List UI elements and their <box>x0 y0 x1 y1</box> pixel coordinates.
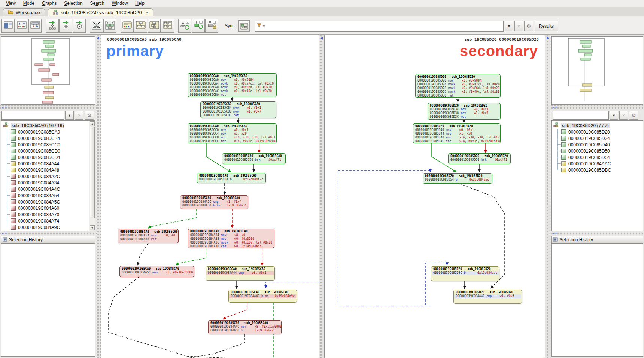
tree-item[interactable]: 000000019C085D34 <box>552 135 638 141</box>
menu-help[interactable]: Help <box>131 0 148 6</box>
basic-block-node[interactable]: 000000019C085CA0sub_19C085CA0000000019C0… <box>200 101 276 118</box>
basic-block-node[interactable]: 000000019C085CA0sub_19C085CA0000000019C0… <box>180 195 248 209</box>
basic-block-node[interactable]: 000000019C085D20sub_19C085D20000000019C0… <box>431 266 499 281</box>
filter-dropdown-button[interactable]: ▼ <box>505 21 513 31</box>
basic-block-node[interactable]: 000000019C085CA0sub_19C085CA0000000019C0… <box>118 229 179 243</box>
tree-item[interactable]: 000000019C085D20 <box>552 129 638 135</box>
primary-tree-root[interactable]: sub_19C085CA0 (16 / 16) <box>2 122 88 129</box>
tree-item[interactable]: 000000019C084A44 <box>2 160 88 167</box>
basic-block-node[interactable]: 000000019C085D20sub_19C085D20000000019C0… <box>415 74 501 98</box>
btn-orthogonal-layout[interactable] <box>148 19 161 33</box>
right-hsplitter2-arrows-icon[interactable]: ▲▼ <box>552 232 558 235</box>
left-hsplitter2-arrows-icon[interactable]: ▲▼ <box>1 232 7 235</box>
left-filter-clear-button[interactable]: × <box>75 111 83 120</box>
left-hsplitter2[interactable] <box>0 231 97 236</box>
left-filter-dropdown-button[interactable]: ▼ <box>65 111 74 120</box>
tree-item[interactable]: 000000019C085CB4 <box>2 135 88 141</box>
basic-block-node[interactable]: 000000019C085D20sub_19C085D20000000019C0… <box>453 290 522 304</box>
menu-view[interactable]: View <box>2 0 19 6</box>
basic-block-node[interactable]: 000000019C085CA0sub_19C085CA0000000019C0… <box>188 73 277 97</box>
btn-lock-selection[interactable] <box>205 19 218 33</box>
left-hsplitter-arrows-icon[interactable]: ▲▼ <box>1 106 7 108</box>
tree-item[interactable]: 000000019C085DBC <box>552 167 638 173</box>
splitter-right[interactable] <box>545 35 550 358</box>
menu-graphs[interactable]: Graphs <box>38 0 60 6</box>
collapse-middle-icon[interactable] <box>321 37 323 40</box>
tree-item[interactable]: 000000019C084A4C <box>2 186 88 192</box>
btn-sync-views[interactable] <box>238 20 250 32</box>
right-filter-settings-button[interactable]: ⚙ <box>629 111 638 120</box>
tree-item[interactable]: 000000019C084AAC <box>552 160 638 167</box>
basic-block-node[interactable]: 000000019C085CA0sub_19C085CA0000000019C0… <box>222 153 286 164</box>
btn-center-node[interactable] <box>59 19 72 33</box>
main-filter-combobox[interactable]: ▽ <box>255 21 504 32</box>
btn-flowgraph-view[interactable] <box>28 19 42 33</box>
basic-block-node[interactable]: 000000019C085CA0sub_19C085CA0000000019C0… <box>197 173 266 183</box>
left-tree-scrollbar[interactable]: ▲ ▼ <box>89 121 95 231</box>
right-filter-clear-button[interactable]: × <box>619 111 628 120</box>
right-filter-input[interactable] <box>553 111 609 120</box>
tree-item[interactable]: 000000019C085D54 <box>552 154 638 160</box>
basic-block-node[interactable]: 000000019C085D20sub_19C085D20000000019C0… <box>448 153 511 164</box>
tab-close-icon[interactable]: × <box>146 10 149 15</box>
right-hsplitter[interactable] <box>550 105 644 110</box>
tree-item[interactable]: 000000019C084A54 <box>2 192 88 199</box>
right-hsplitter-arrows-icon[interactable]: ▲▼ <box>552 106 558 108</box>
secondary-graph-panel[interactable]: sub_19C085D20 000000019C085D20 secondary… <box>324 35 545 358</box>
splitter-middle[interactable] <box>319 35 324 358</box>
tree-item[interactable]: 000000019C084A34 <box>2 180 88 186</box>
scroll-down-icon[interactable]: ▼ <box>90 225 95 230</box>
basic-block-node[interactable]: 000000019C085D20sub_19C085D20000000019C0… <box>413 123 501 143</box>
secondary-tree-root[interactable]: sub_19C085D20 (7 / 7) <box>552 122 638 129</box>
basic-block-node[interactable]: 000000019C085CA0sub_19C085CA0000000019C0… <box>188 229 274 248</box>
basic-block-node[interactable]: 000000019C085CA0sub_19C085CA0000000019C0… <box>228 290 297 303</box>
btn-hierarchic-layout[interactable] <box>134 19 147 33</box>
tree-item[interactable]: 000000019C085CC0 <box>2 141 88 148</box>
btn-node-info[interactable] <box>121 19 134 33</box>
tree-item[interactable]: 000000019C085D40 <box>552 141 638 148</box>
left-filter-settings-button[interactable]: ⚙ <box>85 111 94 120</box>
btn-follow-node[interactable] <box>73 19 86 33</box>
tree-item[interactable]: 000000019C085CD4 <box>2 154 88 160</box>
tree-item[interactable]: 000000019C084A2C <box>2 173 88 180</box>
splitter-left[interactable] <box>97 35 101 358</box>
basic-block-node[interactable]: 000000019C085CA0sub_19C085CA0000000019C0… <box>208 320 282 334</box>
menu-search[interactable]: Search <box>86 0 108 6</box>
scroll-up-icon[interactable]: ▲ <box>90 121 95 126</box>
primary-graph-panel[interactable]: 000000019C085CA0 sub_19C085CA0 primary 0… <box>101 35 319 358</box>
basic-block-node[interactable]: 000000019C085CA0sub_19C085CA0000000019C0… <box>119 266 194 277</box>
btn-auto-layout[interactable] <box>178 19 191 33</box>
tree-item[interactable]: 000000019C084A70 <box>2 211 88 218</box>
filter-clear-button[interactable]: × <box>514 21 523 31</box>
primary-overview-minimap[interactable] <box>1 36 95 105</box>
btn-sync-selection[interactable] <box>192 19 205 33</box>
tree-item[interactable]: 000000019C084A5C <box>2 199 88 205</box>
tab-workspace[interactable]: Workspace <box>3 8 45 16</box>
tree-item[interactable]: 000000019C084A48 <box>2 167 88 173</box>
btn-fit-graph[interactable] <box>90 19 103 33</box>
left-filter-input[interactable] <box>1 111 64 120</box>
menu-window[interactable]: Window <box>108 0 132 6</box>
collapse-right-icon[interactable] <box>547 37 549 40</box>
basic-block-node[interactable]: 000000019C085D20sub_19C085D20000000019C0… <box>428 103 501 120</box>
tree-item[interactable]: 000000019C085CD0 <box>2 148 88 154</box>
btn-proximity-browsing[interactable] <box>46 19 59 33</box>
tree-item[interactable]: 000000019C084A74 <box>2 218 88 224</box>
btn-split-view[interactable] <box>1 19 15 33</box>
tab-diff-active[interactable]: sub_19C085CA0 vs sub_19C085D20 × <box>48 8 153 16</box>
left-hsplitter[interactable] <box>0 105 97 110</box>
menu-mode[interactable]: Mode <box>19 0 38 6</box>
tree-item[interactable]: 000000019C085D50 <box>552 148 638 154</box>
right-filter-dropdown-button[interactable]: ▼ <box>610 111 618 120</box>
right-hsplitter2[interactable] <box>550 231 644 236</box>
basic-block-node[interactable]: 000000019C085CA0sub_19C085CA0000000019C0… <box>206 266 275 281</box>
filter-settings-button[interactable]: ⚙ <box>524 21 533 31</box>
tree-item[interactable]: 000000019C085CA0 <box>2 129 88 135</box>
basic-block-node[interactable]: 000000019C085D20sub_19C085D20000000019C0… <box>423 173 492 184</box>
menu-selection[interactable]: Selection <box>60 0 86 6</box>
tree-item[interactable]: 000000019C084A60 <box>2 205 88 211</box>
secondary-overview-minimap[interactable] <box>551 36 643 105</box>
tree-item[interactable]: 000000019C084A9C <box>2 224 88 230</box>
basic-block-node[interactable]: 000000019C085CA0sub_19C085CA0000000019C0… <box>188 123 277 143</box>
results-button[interactable]: Results <box>535 21 558 31</box>
